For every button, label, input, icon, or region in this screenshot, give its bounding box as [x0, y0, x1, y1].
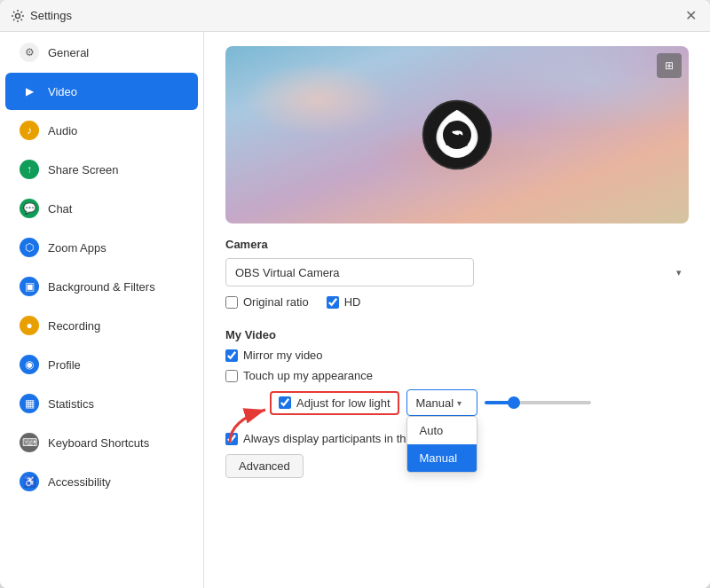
audio-icon: ♪ [20, 121, 39, 140]
hd-checkbox[interactable] [327, 296, 339, 309]
select-arrow-icon: ▾ [676, 267, 682, 278]
advanced-button[interactable]: Advanced [225, 454, 304, 478]
hd-label: HD [344, 295, 361, 309]
sidebar-item-recording[interactable]: ●Recording [5, 307, 198, 344]
camera-section-label: Camera [225, 238, 689, 251]
sidebar-label-profile: Profile [48, 358, 81, 372]
window-title: Settings [30, 9, 682, 22]
sidebar-label-general: General [48, 46, 89, 59]
obs-logo [422, 99, 493, 170]
low-light-checkbox[interactable] [279, 396, 291, 409]
main-panel: ⊞ Camera OBS Virtual Camera FaceTime HD … [204, 32, 710, 588]
low-light-row: Adjust for low light Manual ▾ Auto Manua… [270, 389, 591, 416]
low-light-label: Adjust for low light [296, 396, 390, 410]
dropdown-item-auto[interactable]: Auto [407, 417, 477, 444]
dropdown-item-manual[interactable]: Manual [407, 444, 477, 472]
my-video-section: My Video Mirror my video Touch up my app… [225, 328, 689, 478]
mirror-label: Mirror my video [243, 349, 323, 362]
settings-title-icon [11, 9, 25, 23]
share-icon: ↑ [20, 160, 39, 179]
rec-icon: ● [20, 316, 39, 335]
low-light-dropdown-menu: Auto Manual [406, 416, 477, 473]
sidebar-label-accessibility: Accessibility [48, 475, 111, 489]
low-light-select-button[interactable]: Manual ▾ [406, 389, 477, 416]
touch-up-label: Touch up my appearance [243, 369, 373, 382]
original-ratio-row: Original ratio [225, 295, 309, 309]
close-button[interactable]: ✕ [682, 7, 699, 25]
low-light-selected-value: Manual [416, 396, 454, 410]
sidebar-item-accessibility[interactable]: ♿Accessibility [5, 463, 198, 500]
sidebar-label-audio: Audio [48, 124, 77, 137]
bg-icon: ▣ [20, 277, 39, 296]
sidebar-item-statistics[interactable]: ▦Statistics [5, 385, 198, 422]
low-light-slider[interactable] [485, 401, 591, 404]
sidebar-label-statistics: Statistics [48, 397, 94, 411]
title-bar: Settings ✕ [0, 0, 710, 32]
sidebar-label-keyboard: Keyboard Shortcuts [48, 436, 149, 450]
apps-icon: ⬡ [20, 238, 39, 257]
original-ratio-checkbox[interactable] [225, 296, 238, 309]
gear-icon: ⚙ [20, 43, 39, 62]
keyboard-icon: ⌨ [20, 433, 39, 452]
sidebar-item-general[interactable]: ⚙General [5, 34, 198, 71]
video-preview: ⊞ [225, 46, 689, 223]
stats-icon: ▦ [20, 394, 39, 413]
always-display-checkbox[interactable] [225, 433, 238, 445]
sidebar-item-profile[interactable]: ◉Profile [5, 346, 198, 383]
video-icon: ▶ [20, 82, 39, 101]
sidebar-label-background: Background & Filters [48, 280, 155, 294]
sidebar-label-zoom-apps: Zoom Apps [48, 241, 106, 255]
touch-up-row: Touch up my appearance [225, 369, 689, 382]
settings-window: Settings ✕ ⚙General▶Video♪Audio↑Share Sc… [0, 0, 710, 588]
sidebar-label-recording: Recording [48, 319, 100, 333]
sidebar-item-zoom-apps[interactable]: ⬡Zoom Apps [5, 229, 198, 266]
profile-icon: ◉ [20, 355, 39, 374]
sidebar: ⚙General▶Video♪Audio↑Share Screen💬Chat⬡Z… [0, 32, 204, 588]
mirror-row: Mirror my video [225, 349, 689, 362]
touch-up-checkbox[interactable] [225, 370, 238, 382]
dropdown-arrow-icon: ▾ [457, 398, 462, 408]
sidebar-item-keyboard[interactable]: ⌨Keyboard Shortcuts [5, 424, 198, 461]
sidebar-label-chat: Chat [48, 202, 72, 216]
sidebar-item-share-screen[interactable]: ↑Share Screen [5, 151, 198, 188]
low-light-dropdown[interactable]: Manual ▾ Auto Manual [406, 389, 477, 416]
camera-select[interactable]: OBS Virtual Camera FaceTime HD Camera De… [225, 258, 474, 286]
sidebar-item-video[interactable]: ▶Video [5, 73, 198, 110]
original-ratio-label: Original ratio [243, 295, 309, 309]
mirror-checkbox[interactable] [225, 349, 238, 362]
svg-point-0 [16, 13, 20, 18]
sidebar-label-video: Video [48, 85, 77, 98]
access-icon: ♿ [20, 472, 39, 491]
hd-row: HD [327, 295, 361, 309]
content-area: ⚙General▶Video♪Audio↑Share Screen💬Chat⬡Z… [0, 32, 710, 588]
low-light-checkbox-group: Adjust for low light [270, 391, 399, 415]
chat-icon: 💬 [20, 199, 39, 218]
video-corner-button[interactable]: ⊞ [657, 53, 682, 78]
sidebar-item-background[interactable]: ▣Background & Filters [5, 268, 198, 305]
camera-select-wrapper: OBS Virtual Camera FaceTime HD Camera De… [225, 258, 689, 286]
sidebar-label-share-screen: Share Screen [48, 163, 119, 176]
slider-thumb [508, 396, 520, 409]
sidebar-item-audio[interactable]: ♪Audio [5, 112, 198, 149]
sidebar-item-chat[interactable]: 💬Chat [5, 190, 198, 227]
my-video-section-label: My Video [225, 328, 689, 341]
